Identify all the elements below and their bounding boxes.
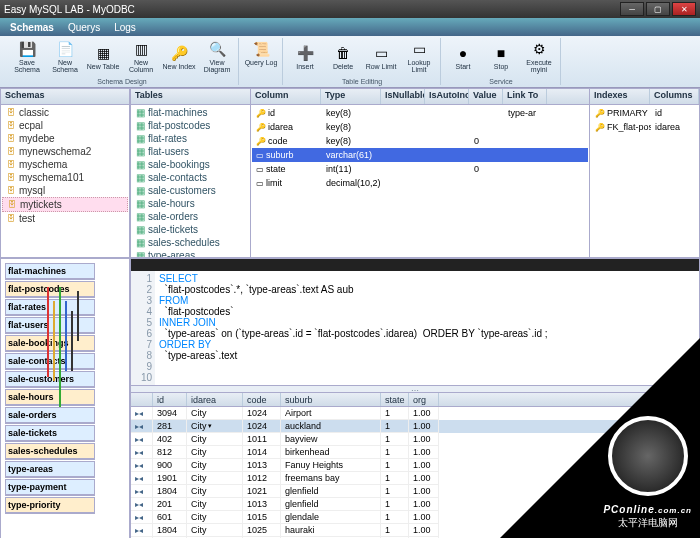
column-row[interactable]: 🔑idareakey(8) — [252, 120, 588, 134]
ribbon-new-table[interactable]: ▦New Table — [85, 38, 121, 74]
ribbon-query-log[interactable]: 📜Query Log — [243, 38, 279, 67]
maximize-button[interactable]: ▢ — [646, 2, 670, 16]
tab-logs[interactable]: Logs — [114, 22, 136, 33]
window-buttons: ─ ▢ ✕ — [620, 2, 696, 16]
query-editor[interactable]: 1 2 3 4 5 6 7 8 9 10 SELECT `flat-postco… — [131, 271, 699, 385]
row-icon: ▸◂ — [135, 500, 143, 509]
schema-item[interactable]: 🗄mysql — [2, 184, 128, 197]
table-item[interactable]: ▦flat-rates — [132, 132, 249, 145]
column-row[interactable]: ▭stateint(11)0 — [252, 162, 588, 176]
schema-item[interactable]: 🗄myschema — [2, 158, 128, 171]
row-icon: ▸◂ — [135, 526, 143, 535]
table-icon: ▦ — [136, 159, 145, 170]
indexes-header-row: Indexes Columns — [590, 89, 699, 105]
schema-item[interactable]: 🗄mytickets — [2, 197, 128, 212]
column-row[interactable]: ▭suburbvarchar(61) — [252, 148, 588, 162]
insert-icon: ➕ — [295, 43, 315, 63]
table-icon: ▦ — [136, 172, 145, 183]
columns-pane: ColumnTypeIsNullableIsAutoIncValueLink T… — [251, 89, 589, 257]
column-header[interactable]: IsAutoInc — [425, 89, 469, 104]
result-header[interactable]: code — [243, 393, 281, 406]
delete-icon: 🗑 — [333, 43, 353, 63]
table-icon: ▦ — [136, 198, 145, 209]
new-schema-icon: 📄 — [55, 39, 75, 59]
column-row[interactable]: ▭limitdecimal(10,2) — [252, 176, 588, 190]
result-header[interactable]: org — [409, 393, 439, 406]
table-item[interactable]: ▦sale-bookings — [132, 158, 249, 171]
column-row[interactable]: 🔑idkey(8)type-ar — [252, 106, 588, 120]
index-row[interactable]: 🔑PRIMARYid — [591, 106, 698, 120]
column-type-icon: ▭ — [256, 151, 264, 160]
tab-querys[interactable]: Querys — [68, 22, 100, 33]
ribbon-delete[interactable]: 🗑Delete — [325, 38, 361, 74]
table-item[interactable]: ▦sale-customers — [132, 184, 249, 197]
column-header[interactable]: Link To — [503, 89, 547, 104]
table-icon: ▦ — [136, 224, 145, 235]
schema-item[interactable]: 🗄myschema101 — [2, 171, 128, 184]
ribbon-lookup-limit[interactable]: ▭Lookup Limit — [401, 38, 437, 74]
table-icon: ▦ — [136, 211, 145, 222]
menubar: Schemas Querys Logs — [0, 18, 700, 36]
index-row[interactable]: 🔑FK_flat-postcodeidarea — [591, 120, 698, 134]
table-icon: ▦ — [136, 133, 145, 144]
splitter[interactable] — [131, 385, 699, 393]
column-header[interactable]: Type — [321, 89, 381, 104]
minimize-button[interactable]: ─ — [620, 2, 644, 16]
schema-item[interactable]: 🗄mydebe — [2, 132, 128, 145]
database-icon: 🗄 — [6, 108, 16, 118]
result-header[interactable]: id — [153, 393, 187, 406]
ribbon-new-column[interactable]: ▥New Column — [123, 38, 159, 74]
column-type-icon: 🔑 — [256, 137, 266, 146]
table-item[interactable]: ▦sale-orders — [132, 210, 249, 223]
table-item[interactable]: ▦sale-tickets — [132, 223, 249, 236]
database-icon: 🗄 — [6, 121, 16, 131]
table-item[interactable]: ▦flat-users — [132, 145, 249, 158]
table-item[interactable]: ▦sale-contacts — [132, 171, 249, 184]
result-header[interactable] — [131, 393, 153, 406]
database-icon: 🗄 — [6, 173, 16, 183]
schema-item[interactable]: 🗄mynewschema2 — [2, 145, 128, 158]
tab-schemas[interactable]: Schemas — [10, 22, 54, 33]
new-column-icon: ▥ — [131, 39, 151, 59]
row-icon: ▸◂ — [135, 448, 143, 457]
row-icon: ▸◂ — [135, 422, 143, 431]
result-header[interactable]: idarea — [187, 393, 243, 406]
ribbon-stop[interactable]: ■Stop — [483, 38, 519, 74]
table-icon: ▦ — [136, 250, 145, 257]
result-header[interactable]: suburb — [281, 393, 381, 406]
column-header[interactable]: IsNullable — [381, 89, 425, 104]
schema-item[interactable]: 🗄test — [2, 212, 128, 225]
ribbon-execute-myini[interactable]: ⚙Execute myini — [521, 38, 557, 74]
ribbon-row-limit[interactable]: ▭Row Limit — [363, 38, 399, 74]
table-icon: ▦ — [136, 146, 145, 157]
schema-item[interactable]: 🗄classic — [2, 106, 128, 119]
column-row[interactable]: 🔑codekey(8)0 — [252, 134, 588, 148]
ribbon-new-schema[interactable]: 📄New Schema — [47, 38, 83, 74]
table-item[interactable]: ▦type-areas — [132, 249, 249, 257]
result-row[interactable]: ▸◂3094City1024Airport11.00 — [131, 407, 699, 420]
close-button[interactable]: ✕ — [672, 2, 696, 16]
ribbon-new-index[interactable]: 🔑New Index — [161, 38, 197, 74]
ribbon-start[interactable]: ●Start — [445, 38, 481, 74]
tables-list: ▦flat-machines▦flat-postcodes▦flat-rates… — [131, 105, 250, 257]
ribbon-view-diagram[interactable]: 🔍View Diagram — [199, 38, 235, 74]
table-item[interactable]: ▦flat-postcodes — [132, 119, 249, 132]
tables-header: Tables — [131, 89, 250, 105]
schema-item[interactable]: 🗄ecpal — [2, 119, 128, 132]
result-header[interactable]: state — [381, 393, 409, 406]
column-header[interactable]: Value — [469, 89, 503, 104]
ribbon-insert[interactable]: ➕Insert — [287, 38, 323, 74]
table-design-area: Tables ▦flat-machines▦flat-postcodes▦fla… — [130, 88, 700, 258]
row-limit-icon: ▭ — [371, 43, 391, 63]
row-icon: ▸◂ — [135, 409, 143, 418]
column-header[interactable]: Column — [251, 89, 321, 104]
ribbon-save-schema[interactable]: 💾Save Schema — [9, 38, 45, 74]
table-icon: ▦ — [136, 120, 145, 131]
database-icon: 🗄 — [6, 134, 16, 144]
lookup-limit-icon: ▭ — [409, 39, 429, 59]
code-content[interactable]: SELECT `flat-postcodes`.*, `type-areas`.… — [155, 271, 699, 385]
table-item[interactable]: ▦sale-hours — [132, 197, 249, 210]
columns-header-row: ColumnTypeIsNullableIsAutoIncValueLink T… — [251, 89, 589, 105]
table-item[interactable]: ▦sales-schedules — [132, 236, 249, 249]
table-item[interactable]: ▦flat-machines — [132, 106, 249, 119]
